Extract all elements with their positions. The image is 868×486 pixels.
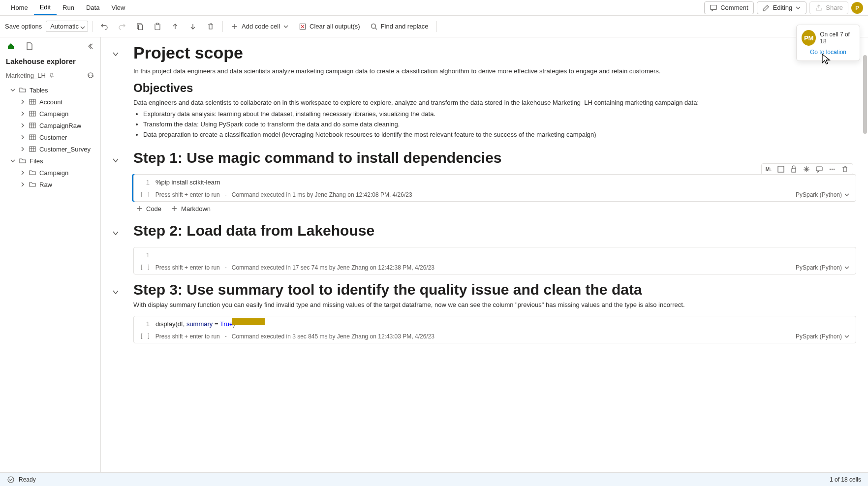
code-cell[interactable]: 1 display(df, summary = True) [ ] Press …: [106, 316, 856, 343]
save-mode-select[interactable]: Automatic: [46, 21, 88, 32]
exec-status: Command executed in 17 sec 74 ms by Jene…: [232, 264, 434, 271]
folder-icon: [19, 86, 27, 94]
code-content[interactable]: display(df, summary = True): [155, 320, 235, 328]
copy-button[interactable]: [132, 20, 148, 33]
expand-icon[interactable]: [777, 165, 785, 173]
add-code-below[interactable]: Code: [135, 205, 161, 213]
tree-label: Raw: [39, 181, 52, 188]
svg-rect-0: [711, 5, 717, 9]
collapse-caret-icon[interactable]: [112, 229, 120, 237]
table-icon: [29, 133, 36, 141]
save-mode-value: Automatic: [50, 23, 79, 30]
menu-run[interactable]: Run: [57, 1, 80, 14]
step3-title: Step 3: Use summary tool to identify the…: [133, 281, 856, 298]
svg-rect-14: [816, 167, 822, 171]
delete-button[interactable]: [203, 20, 218, 33]
chevron-down-icon: [795, 5, 801, 11]
code-content[interactable]: %pip install scikit-learn: [155, 179, 220, 186]
kernel-selector[interactable]: PySpark (Python): [796, 191, 850, 198]
save-options-label: Save options: [5, 23, 42, 30]
clear-icon: [299, 23, 307, 30]
svg-rect-10: [30, 135, 35, 140]
tree-item-customer-survey[interactable]: Customer_Survey: [0, 143, 100, 155]
paste-button[interactable]: [150, 20, 165, 33]
comment-button[interactable]: Comment: [704, 1, 753, 14]
kernel-selector[interactable]: PySpark (Python): [796, 264, 850, 271]
tree-item-campaign[interactable]: Campaign: [0, 108, 100, 120]
chevron-right-icon: [20, 111, 26, 117]
status-bar: Ready 1 of 18 cells: [0, 472, 868, 486]
kernel-selector[interactable]: PySpark (Python): [796, 333, 850, 340]
convert-md-icon[interactable]: M↓: [766, 167, 772, 172]
collaborator-avatar: PM: [802, 30, 816, 46]
tree-item-customer[interactable]: Customer: [0, 131, 100, 143]
tree-label: Campaign: [39, 169, 68, 177]
clear-output-button[interactable]: Clear all output(s): [295, 20, 364, 33]
files-tab-icon[interactable]: [25, 41, 34, 51]
collapse-sidebar-icon[interactable]: [88, 42, 95, 50]
step3-paragraph: With display summary function you can ea…: [133, 300, 856, 310]
svg-rect-2: [138, 25, 142, 30]
search-icon: [370, 23, 378, 30]
comment-cell-icon[interactable]: [815, 165, 823, 173]
undo-icon: [100, 23, 108, 30]
menu-data[interactable]: Data: [80, 1, 105, 14]
lakehouse-tab-icon[interactable]: [6, 41, 16, 51]
copy-icon: [136, 23, 144, 30]
status-ok-icon: [7, 476, 15, 484]
tree-item-campaignraw[interactable]: CampaignRaw: [0, 120, 100, 131]
run-hint: Press shift + enter to run: [155, 264, 220, 271]
objectives-item: Exploratory data analysis: learning abou…: [143, 109, 856, 120]
pencil-icon: [762, 4, 770, 12]
tree-files[interactable]: Files: [0, 155, 100, 167]
share-button[interactable]: Share: [809, 1, 848, 14]
add-markdown-below[interactable]: Markdown: [170, 205, 211, 213]
code-cell[interactable]: 1 [ ] Press shift + enter to run - Comma…: [106, 247, 856, 274]
code-content[interactable]: [155, 251, 157, 259]
menu-edit[interactable]: Edit: [34, 0, 57, 15]
step1-title: Step 1: Use magic command to install dep…: [133, 150, 856, 166]
tree-file-campaign[interactable]: Campaign: [0, 167, 100, 179]
exec-bracket: [ ]: [140, 333, 151, 340]
svg-rect-9: [30, 123, 35, 128]
notebook-area[interactable]: Project scope In this project data engin…: [101, 37, 868, 472]
presence-cell-info: On cell 7 of 18: [820, 31, 855, 45]
editing-dropdown[interactable]: Editing: [757, 1, 807, 14]
chevron-down-icon: [844, 192, 850, 198]
more-icon[interactable]: [828, 165, 836, 173]
vertical-scrollbar[interactable]: [863, 40, 867, 469]
tree-label: Campaign: [39, 110, 68, 118]
undo-button[interactable]: [96, 20, 112, 33]
tree-label: Account: [39, 98, 62, 106]
add-code-label: Add code cell: [242, 23, 280, 30]
tree-file-raw[interactable]: Raw: [0, 179, 100, 190]
code-cell[interactable]: M↓ 1 %pip install scikit-learn [: [106, 174, 856, 215]
lock-icon[interactable]: [790, 165, 798, 173]
refresh-icon[interactable]: [87, 71, 94, 79]
delete-cell-icon[interactable]: [841, 165, 849, 173]
run-hint: Press shift + enter to run: [155, 191, 220, 198]
user-avatar[interactable]: P: [851, 2, 863, 14]
freeze-icon[interactable]: [803, 165, 810, 173]
add-code-cell-button[interactable]: Add code cell: [227, 20, 293, 33]
chevron-down-icon: [80, 25, 86, 30]
arrow-down-icon: [189, 23, 197, 30]
collapse-caret-icon[interactable]: [112, 156, 120, 164]
md-project-scope: Project scope In this project data engin…: [106, 41, 856, 144]
find-replace-button[interactable]: Find and replace: [366, 20, 433, 33]
menu-view[interactable]: View: [105, 1, 131, 14]
folder-icon: [19, 157, 27, 165]
objectives-item: Data preparation to create a classificat…: [143, 130, 856, 140]
menu-home[interactable]: Home: [5, 1, 34, 14]
pin-icon[interactable]: [49, 72, 55, 78]
collapse-caret-icon[interactable]: [112, 50, 120, 58]
chevron-right-icon: [20, 122, 26, 128]
tree-item-account[interactable]: Account: [0, 96, 100, 108]
move-down-button[interactable]: [185, 20, 201, 33]
redo-button[interactable]: [114, 20, 130, 33]
collapse-caret-icon[interactable]: [112, 288, 120, 296]
tree-tables[interactable]: Tables: [0, 84, 100, 96]
move-up-button[interactable]: [167, 20, 183, 33]
table-icon: [29, 122, 36, 129]
svg-rect-4: [156, 23, 158, 25]
